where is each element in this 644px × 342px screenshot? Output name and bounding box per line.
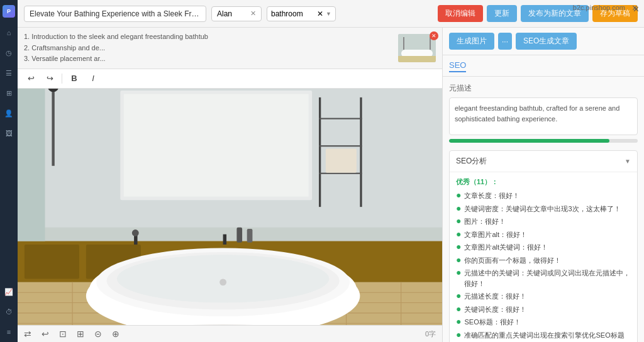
dot-icon-4: ● xyxy=(456,242,461,251)
meta-progress-fill xyxy=(449,139,609,143)
dot-icon-3: ● xyxy=(456,229,461,238)
bottom-toolbar: ⇄ ↩ ⊡ ⊞ ⊝ ⊕ 0字 xyxy=(18,325,442,342)
seo-analysis-title: SEO分析 xyxy=(456,156,487,167)
seo-item-10: ● 准确匹配的重点关键词出现在搜索引擎优化SEO标题的开头 xyxy=(456,330,631,343)
seo-analysis-header[interactable]: SEO分析 ▼ xyxy=(450,151,637,172)
top-toolbar: Alan ✕ bathroom ✕ ▼ 取消编辑 更新 发布为新的文章 存为草稿 xyxy=(18,0,644,28)
svg-rect-17 xyxy=(326,148,357,172)
sidebar-icon-home[interactable]: ⌂ xyxy=(4,28,14,38)
sidebar-icon-user[interactable]: 👤 xyxy=(4,108,14,118)
dot-icon-0: ● xyxy=(456,190,461,199)
seo-item-text-3: 文章图片alt：很好！ xyxy=(464,229,527,240)
seo-tab-label[interactable]: SEO xyxy=(449,60,466,72)
arrange-icon[interactable]: ⇄ xyxy=(24,329,31,339)
seo-analysis-chevron-icon: ▼ xyxy=(625,158,631,165)
dot-icon-5: ● xyxy=(456,255,461,264)
dot-icon-8: ● xyxy=(456,304,461,313)
seo-item-1: ● 关键词密度：关键词在文章中出现3次，这太棒了！ xyxy=(456,204,631,214)
zoom-out-icon[interactable]: ⊝ xyxy=(94,329,102,339)
sidebar: P ⌂ ◷ ☰ ⊞ 👤 🖼 📈 ⏱ ≡ xyxy=(0,0,18,342)
seo-item-5: ● 你的页面有一个标题，做得好！ xyxy=(456,255,631,266)
seo-item-8: ● 关键词长度：很好！ xyxy=(456,304,631,315)
dot-icon-7: ● xyxy=(456,291,461,300)
svg-rect-12 xyxy=(319,97,321,207)
dot-icon-1: ● xyxy=(456,204,461,212)
gen-image-button[interactable]: 生成图片 xyxy=(449,33,494,50)
svg-point-22 xyxy=(132,229,139,236)
bold-button[interactable]: B xyxy=(67,72,81,86)
zoom-in-icon[interactable]: ⊕ xyxy=(112,329,119,339)
seo-item-6: ● 元描述中的关键词：关键词或同义词出现在元描述中，很好！ xyxy=(456,268,631,289)
sidebar-icon-clock2[interactable]: ⏱ xyxy=(4,307,14,317)
gen-image-more-button[interactable]: ··· xyxy=(498,33,512,50)
editor-panel: 1. Introduction to the sleek and elegant… xyxy=(18,28,443,342)
sidebar-icon-grid[interactable]: ⊞ xyxy=(4,88,14,98)
seo-gen-button[interactable]: SEO生成文章 xyxy=(516,33,577,50)
crop-icon[interactable]: ⊡ xyxy=(59,329,67,339)
outline-line1: 1. Introduction to the sleek and elegant… xyxy=(24,31,208,43)
dot-icon-9: ● xyxy=(456,317,461,326)
undo-button[interactable]: ↩ xyxy=(24,72,38,86)
editor-body[interactable]: A bathtub is more th... and relaxation. … xyxy=(18,89,442,325)
svg-rect-2 xyxy=(398,56,436,62)
sidebar-icon-chart[interactable]: 📈 xyxy=(4,287,14,297)
outline-line3: 3. Versatile placement ar... xyxy=(24,53,208,65)
svg-rect-14 xyxy=(319,118,362,119)
main-image-overlay xyxy=(18,89,442,325)
svg-rect-19 xyxy=(25,245,79,279)
svg-rect-44 xyxy=(236,228,242,243)
category-tag-remove[interactable]: ✕ xyxy=(317,9,323,18)
seo-item-text-10: 准确匹配的重点关键词出现在搜索引擎优化SEO标题的开头 xyxy=(464,330,631,343)
svg-rect-16 xyxy=(319,172,362,174)
rotate-left-icon[interactable]: ↩ xyxy=(42,329,49,339)
seo-item-3: ● 文章图片alt：很好！ xyxy=(456,229,631,240)
seo-item-text-4: 文章图片alt关键词：很好！ xyxy=(464,242,548,253)
sidebar-icon-clock[interactable]: ◷ xyxy=(4,48,14,58)
update-button[interactable]: 更新 xyxy=(487,5,517,22)
author-tag-value: Alan xyxy=(217,9,248,18)
outline-toolbar: 1. Introduction to the sleek and elegant… xyxy=(18,28,442,69)
domain-label: b2c.pinshop.com xyxy=(573,4,625,11)
seo-item-2: ● 图片：很好！ xyxy=(456,216,631,227)
title-input[interactable] xyxy=(24,6,206,22)
format-bar: ↩ ↪ B I xyxy=(18,69,442,89)
flip-icon[interactable]: ⊞ xyxy=(77,329,84,339)
main-area: b2c.pinshop.com × Alan ✕ bathroom ✕ ▼ 取消… xyxy=(18,0,644,342)
app-close-button[interactable]: × xyxy=(633,4,639,15)
dot-icon-2: ● xyxy=(456,216,461,225)
right-panel-content[interactable]: 元描述 elegant freestanding bathtub, crafte… xyxy=(443,77,644,342)
seo-item-text-9: SEO标题：很好！ xyxy=(464,317,520,328)
sidebar-icon-doc[interactable]: ☰ xyxy=(4,68,14,78)
seo-analysis-body: 优秀（11）： ● 文章长度：很好！ ● 关键词密度：关键词在文章中出现3次，这… xyxy=(450,172,637,342)
svg-point-42 xyxy=(219,279,226,285)
svg-rect-3 xyxy=(403,37,404,50)
seo-item-text-1: 关键词密度：关键词在文章中出现3次，这太棒了！ xyxy=(464,204,620,214)
cancel-button[interactable]: 取消编辑 xyxy=(438,5,483,22)
seo-item-text-0: 文章长度：很好！ xyxy=(464,190,519,201)
outline-line2: 2. Craftsmanship and de... xyxy=(24,43,208,54)
sidebar-icon-image[interactable]: 🖼 xyxy=(4,128,14,138)
seo-tab: SEO xyxy=(443,55,644,77)
thumbnail-close-button[interactable]: ✕ xyxy=(430,31,438,40)
category-tag-value: bathroom xyxy=(271,9,314,18)
dot-icon-10: ● xyxy=(456,330,461,339)
category-tag[interactable]: bathroom ✕ ▼ xyxy=(267,6,336,21)
format-divider1 xyxy=(62,74,62,84)
author-tag[interactable]: Alan ✕ xyxy=(211,6,262,21)
seo-item-text-5: 你的页面有一个标题，做得好！ xyxy=(464,255,561,266)
svg-rect-45 xyxy=(247,229,253,243)
outline-text: 1. Introduction to the sleek and elegant… xyxy=(24,31,208,65)
italic-button[interactable]: I xyxy=(86,72,100,86)
meta-description-text: elegant freestanding bathtub, crafted fo… xyxy=(449,97,638,135)
svg-rect-15 xyxy=(319,145,362,146)
author-tag-remove[interactable]: ✕ xyxy=(250,9,256,18)
seo-rating-label: 优秀（11）： xyxy=(456,177,631,187)
bathroom-scene xyxy=(18,89,442,325)
svg-rect-23 xyxy=(223,234,226,244)
meta-section-title: 元描述 xyxy=(449,83,638,94)
meta-progress-bar xyxy=(449,139,638,143)
redo-button[interactable]: ↪ xyxy=(43,72,57,86)
sidebar-icon-menu[interactable]: ≡ xyxy=(4,327,14,337)
dot-icon-6: ● xyxy=(456,268,461,277)
seo-analysis-section: SEO分析 ▼ 优秀（11）： ● 文章长度：很好！ ● 关键词密度：关键词在文… xyxy=(449,150,638,342)
